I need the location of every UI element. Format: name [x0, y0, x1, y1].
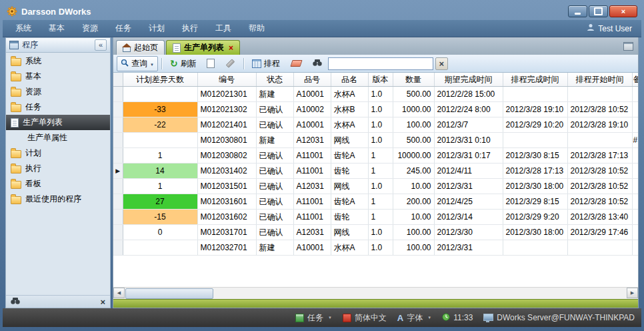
refresh-button[interactable]: ↻ 刷新: [166, 56, 201, 71]
cell-sched_finish[interactable]: 2012/3/28 19:10: [503, 102, 567, 117]
sidebar-item-plan[interactable]: 计划: [6, 145, 110, 161]
table-row[interactable]: M012030801新建A12031网线1.0500.002012/3/31 0…: [113, 133, 638, 148]
cell-diff[interactable]: 14: [123, 163, 197, 179]
new-button[interactable]: [203, 57, 219, 70]
column-header[interactable]: 计划差异天数: [123, 73, 197, 87]
table-row[interactable]: 27M012031601已确认A11001齿轮A1200.002012/4/25…: [113, 194, 638, 210]
statusbar-task-menu[interactable]: 任务: [295, 312, 332, 324]
cell-sched_start[interactable]: 2012/3/28 10:52: [567, 163, 632, 179]
scrollbar-thumb[interactable]: [125, 288, 213, 299]
cell-qty[interactable]: 500.00: [393, 133, 434, 148]
menu-item-basic[interactable]: 基本: [40, 20, 73, 37]
cell-sched_start[interactable]: 2012/3/28 10:52: [567, 194, 632, 210]
cell-status[interactable]: 已确认: [256, 225, 293, 240]
cell-item_name[interactable]: 网线: [331, 225, 368, 240]
cell-status[interactable]: 已确认: [256, 163, 293, 179]
cell-version[interactable]: 1.0: [368, 225, 393, 240]
cell-item_name[interactable]: 齿轮A: [331, 194, 368, 210]
row-indicator[interactable]: [113, 102, 123, 117]
cell-version[interactable]: 1: [368, 210, 393, 225]
table-row[interactable]: 0M012031701已确认A12031网线1.0100.002012/3/30…: [113, 225, 638, 240]
cell-order_no[interactable]: M012030801: [197, 133, 256, 148]
cell-status[interactable]: 已确认: [256, 179, 293, 194]
clear-search-button[interactable]: [435, 57, 448, 70]
sidebar-collapse-button[interactable]: «: [95, 39, 107, 51]
sidebar-item-recent-programs[interactable]: 最近使用的程序: [6, 192, 110, 207]
cell-diff[interactable]: -33: [123, 102, 197, 117]
column-header[interactable]: 排程开始时间: [567, 73, 632, 87]
find-button[interactable]: [309, 57, 326, 70]
row-indicator[interactable]: [113, 148, 123, 163]
cell-sched_finish[interactable]: [503, 133, 567, 148]
table-row[interactable]: -22M012021401已确认A10001水杯A1.0100.002012/3…: [113, 117, 638, 133]
cell-item_name[interactable]: 水杯A: [331, 117, 368, 133]
cell-item_name[interactable]: 水杯B: [331, 102, 368, 117]
cell-sched_finish[interactable]: 2012/3/29 9:20: [503, 210, 567, 225]
sidebar-item-task[interactable]: 任务: [6, 99, 110, 115]
cell-sched_start[interactable]: [567, 87, 632, 102]
row-indicator[interactable]: [113, 210, 123, 225]
cell-sched_start[interactable]: 2012/3/28 10:52: [567, 179, 632, 194]
cell-diff[interactable]: 0: [123, 225, 197, 240]
column-header[interactable]: 品名: [331, 73, 368, 87]
cell-sched_start[interactable]: 2012/3/28 17:13: [567, 148, 632, 163]
cell-version[interactable]: 1.0: [368, 117, 393, 133]
table-row[interactable]: 1M012030802已确认A11001齿轮A110000.002012/3/3…: [113, 148, 638, 163]
cell-order_no[interactable]: M012031701: [197, 225, 256, 240]
close-button[interactable]: [609, 5, 637, 17]
row-indicator[interactable]: [113, 179, 123, 194]
sidebar-item-execute[interactable]: 执行: [6, 161, 110, 176]
table-row[interactable]: M012032701新建A10001水杯A1.0100.002012/3/31: [113, 240, 638, 256]
table-row[interactable]: ▶14M012031402已确认A11001齿轮1245.002012/4/11…: [113, 163, 638, 179]
cell-expected[interactable]: 2012/3/14: [434, 210, 503, 225]
cell-item_no[interactable]: A12031: [293, 133, 331, 148]
cell-marker[interactable]: [632, 225, 638, 240]
cell-sched_start[interactable]: 2012/3/28 13:40: [567, 210, 632, 225]
cell-sched_start[interactable]: [567, 240, 632, 256]
cell-status[interactable]: 已确认: [256, 117, 293, 133]
cell-status[interactable]: 已确认: [256, 194, 293, 210]
cell-expected[interactable]: 2012/4/11: [434, 163, 503, 179]
statusbar-font[interactable]: A 字体: [397, 312, 431, 324]
menu-item-resource[interactable]: 资源: [73, 20, 107, 37]
cell-item_no[interactable]: A10001: [293, 240, 331, 256]
cell-qty[interactable]: 10.00: [393, 179, 434, 194]
cell-order_no[interactable]: M012030802: [197, 148, 256, 163]
row-indicator[interactable]: [113, 240, 123, 256]
cell-version[interactable]: 1.0: [368, 102, 393, 117]
cell-qty[interactable]: 100.00: [393, 117, 434, 133]
scroll-left-button[interactable]: ◀: [113, 288, 125, 298]
sidebar-item-kanban[interactable]: 看板: [6, 176, 110, 192]
cell-diff[interactable]: [123, 133, 197, 148]
cell-expected[interactable]: 2012/2/24 8:00: [434, 102, 503, 117]
tab-close-icon[interactable]: ×: [229, 44, 233, 52]
column-header[interactable]: 备: [632, 73, 638, 87]
cell-item_no[interactable]: A11001: [293, 148, 331, 163]
menu-item-plan[interactable]: 计划: [140, 20, 173, 37]
cell-status[interactable]: 新建: [256, 87, 293, 102]
cell-item_no[interactable]: A12031: [293, 179, 331, 194]
cell-qty[interactable]: 1000.00: [393, 102, 434, 117]
cell-marker[interactable]: [632, 210, 638, 225]
cell-qty[interactable]: 500.00: [393, 87, 434, 102]
cell-version[interactable]: 1.0: [368, 240, 393, 256]
cell-item_name[interactable]: 网线: [331, 133, 368, 148]
sidebar-item-production-order-list[interactable]: 生产单列表: [6, 115, 110, 130]
cell-marker[interactable]: [632, 102, 638, 117]
tab-start-page[interactable]: 起始页: [116, 40, 165, 55]
cell-sched_finish[interactable]: [503, 240, 567, 256]
cell-expected[interactable]: 2012/3/31: [434, 179, 503, 194]
column-header[interactable]: 品号: [293, 73, 331, 87]
menu-item-execute[interactable]: 执行: [173, 20, 207, 37]
cell-marker[interactable]: [632, 179, 638, 194]
cell-item_no[interactable]: A11001: [293, 163, 331, 179]
table-row[interactable]: 1M012031501已确认A12031网线1.010.002012/3/312…: [113, 179, 638, 194]
cell-diff[interactable]: [123, 87, 197, 102]
cell-order_no[interactable]: M012031501: [197, 179, 256, 194]
binoculars-icon[interactable]: [11, 297, 20, 306]
cell-order_no[interactable]: M012032701: [197, 240, 256, 256]
cell-item_no[interactable]: A11001: [293, 210, 331, 225]
cell-expected[interactable]: 2012/3/7: [434, 117, 503, 133]
cell-sched_start[interactable]: 2012/3/28 19:10: [567, 117, 632, 133]
scroll-right-button[interactable]: ▶: [627, 288, 638, 298]
